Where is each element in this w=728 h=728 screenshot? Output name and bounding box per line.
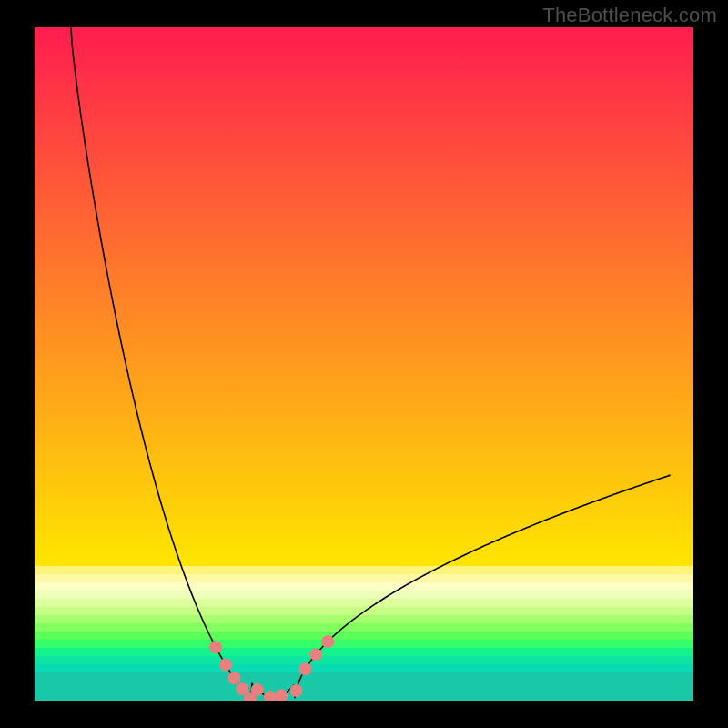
svg-rect-7 xyxy=(35,615,693,624)
valley-marker xyxy=(209,641,222,653)
svg-rect-14 xyxy=(35,672,693,682)
valley-marker xyxy=(275,689,288,702)
svg-rect-11 xyxy=(35,648,693,657)
valley-marker xyxy=(219,659,232,672)
svg-rect-3 xyxy=(35,582,693,592)
svg-rect-10 xyxy=(35,640,693,649)
valley-marker xyxy=(264,691,277,703)
valley-marker xyxy=(309,648,322,661)
gradient-upper xyxy=(35,27,693,566)
bottleneck-chart xyxy=(0,0,728,728)
svg-rect-5 xyxy=(35,599,693,608)
svg-rect-8 xyxy=(35,623,693,632)
color-bands xyxy=(35,566,693,682)
valley-marker xyxy=(299,662,312,675)
svg-rect-4 xyxy=(35,591,693,600)
plot-area xyxy=(35,27,693,705)
bottom-fill xyxy=(35,681,693,701)
svg-rect-1 xyxy=(35,566,693,575)
valley-marker xyxy=(251,683,264,696)
valley-marker xyxy=(289,684,302,697)
svg-rect-13 xyxy=(35,664,693,673)
svg-rect-9 xyxy=(35,632,693,641)
svg-rect-12 xyxy=(35,656,693,665)
chart-stage: TheBottleneck.com xyxy=(0,0,728,728)
watermark-label: TheBottleneck.com xyxy=(542,4,717,27)
valley-marker xyxy=(321,635,334,648)
valley-marker xyxy=(228,672,240,684)
svg-rect-2 xyxy=(35,574,693,583)
